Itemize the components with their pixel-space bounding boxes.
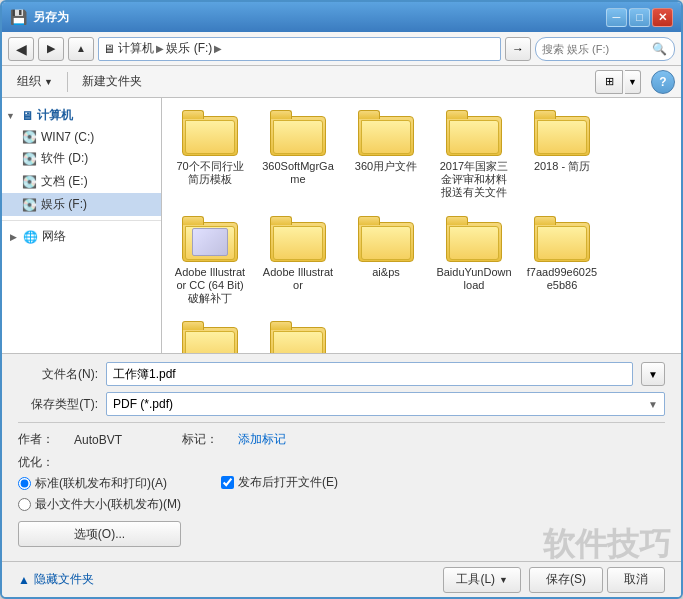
window-icon: 💾 [10,9,27,25]
search-box[interactable]: 🔍 [535,37,675,61]
list-item[interactable]: 2017年国家三金评审和材料报送有关文件 [434,106,514,204]
list-item[interactable]: 360SoftMgrGame [258,106,338,204]
list-item[interactable]: BaiduYunDownload [434,212,514,310]
list-item[interactable]: History [170,317,250,353]
author-label: 作者： [18,431,54,448]
sidebar-item-entertainment[interactable]: 💽 娱乐 (F:) [2,193,161,216]
optimize-col: 优化： 标准(联机发布和打印)(A) 最小文件大小(联机发布)(M) 选项(O)… [18,454,181,547]
tools-button[interactable]: 工具(L) ▼ [443,567,521,593]
minimal-radio[interactable]: 最小文件大小(联机发布)(M) [18,496,181,513]
hide-folders-toggle[interactable]: ▲ 隐藏文件夹 [18,571,94,588]
sidebar-network[interactable]: ▶ 🌐 网络 [2,225,161,248]
main-area: ▼ 🖥 计算机 💽 WIN7 (C:) 💽 软件 (D:) 💽 文档 (E:) … [2,98,681,353]
new-folder-button[interactable]: 新建文件夹 [73,69,151,95]
sidebar-item-win7[interactable]: 💽 WIN7 (C:) [2,127,161,147]
path-segment-computer: 🖥 计算机 ▶ 娱乐 (F:) ▶ [103,40,224,57]
bottom-area: 文件名(N): ▼ 保存类型(T): PDF (*.pdf) ▼ 作者： Aut… [2,353,681,561]
maximize-button[interactable]: □ [629,8,650,27]
filename-row: 文件名(N): ▼ [18,362,665,386]
view-dropdown-button[interactable]: ▼ [625,70,641,94]
filename-dropdown-button[interactable]: ▼ [641,362,665,386]
toolbar: 组织 ▼ 新建文件夹 ⊞ ▼ ? [2,66,681,98]
options-button[interactable]: 选项(O)... [18,521,181,547]
toolbar-divider [67,72,68,92]
list-item[interactable]: kcdown [258,317,338,353]
list-item[interactable]: ai&ps [346,212,426,310]
computer-icon: 🖥 [21,109,33,123]
publish-checkbox[interactable]: 发布后打开文件(E) [221,474,338,491]
minimize-button[interactable]: ─ [606,8,627,27]
filename-input[interactable] [106,362,633,386]
optimize-label: 优化： [18,454,181,471]
close-button[interactable]: ✕ [652,8,673,27]
tags-value[interactable]: 添加标记 [238,431,286,448]
sidebar: ▼ 🖥 计算机 💽 WIN7 (C:) 💽 软件 (D:) 💽 文档 (E:) … [2,98,162,353]
drive-icon: 💽 [22,130,37,144]
cancel-button[interactable]: 取消 [607,567,665,593]
search-icon: 🔍 [652,42,667,56]
drive-icon: 💽 [22,152,37,166]
list-item[interactable]: 70个不同行业简历模板 [170,106,250,204]
drive-icon: 💽 [22,198,37,212]
list-item[interactable]: Adobe Illustrator [258,212,338,310]
back-button[interactable]: ◀ [8,37,34,61]
sidebar-item-docs[interactable]: 💽 文档 (E:) [2,170,161,193]
list-item[interactable]: 360用户文件 [346,106,426,204]
standard-radio[interactable]: 标准(联机发布和打印)(A) [18,475,181,492]
dropdown-arrow: ▼ [648,399,658,410]
forward-button[interactable]: ▶ [38,37,64,61]
sidebar-computer-header[interactable]: ▼ 🖥 计算机 [2,102,161,127]
options-row: 优化： 标准(联机发布和打印)(A) 最小文件大小(联机发布)(M) 选项(O)… [18,454,665,547]
sidebar-item-software[interactable]: 💽 软件 (D:) [2,147,161,170]
organize-button[interactable]: 组织 ▼ [8,69,62,95]
search-input[interactable] [542,43,652,55]
list-item[interactable]: Adobe Illustrator CC (64 Bit) 破解补丁 [170,212,250,310]
address-bar: ◀ ▶ ▲ 🖥 计算机 ▶ 娱乐 (F:) ▶ → 🔍 [2,32,681,66]
filetype-row: 保存类型(T): PDF (*.pdf) ▼ [18,392,665,416]
file-area: 70个不同行业简历模板 360SoftMgrGame 360用户文件 2017年… [162,98,681,353]
list-item[interactable]: f7aad99e6025e5b86 [522,212,602,310]
save-button[interactable]: 保存(S) [529,567,603,593]
help-button[interactable]: ? [651,70,675,94]
meta-row: 作者： AutoBVT 标记： 添加标记 [18,431,665,448]
publish-col: 发布后打开文件(E) [221,454,338,547]
drive-icon: 💽 [22,175,37,189]
title-bar: 💾 另存为 ─ □ ✕ [2,2,681,32]
filetype-dropdown[interactable]: PDF (*.pdf) ▼ [106,392,665,416]
address-path[interactable]: 🖥 计算机 ▶ 娱乐 (F:) ▶ [98,37,501,61]
up-button[interactable]: ▲ [68,37,94,61]
arrow-up-icon: ▲ [18,573,30,587]
filename-label: 文件名(N): [18,366,98,383]
footer: ▲ 隐藏文件夹 工具(L) ▼ 保存(S) 取消 [2,561,681,597]
filetype-label: 保存类型(T): [18,396,98,413]
view-button[interactable]: ⊞ [595,70,623,94]
go-button[interactable]: → [505,37,531,61]
computer-icon: 🖥 [103,42,115,56]
options-area: 作者： AutoBVT 标记： 添加标记 优化： 标准(联机发布和打印)(A) … [18,422,665,547]
network-icon: 🌐 [23,230,38,244]
sidebar-divider [2,220,161,221]
title-bar-buttons: ─ □ ✕ [606,8,673,27]
window-title: 另存为 [33,9,606,26]
author-value: AutoBVT [74,433,122,447]
tags-label: 标记： [182,431,218,448]
list-item[interactable]: 2018 - 简历 [522,106,602,204]
